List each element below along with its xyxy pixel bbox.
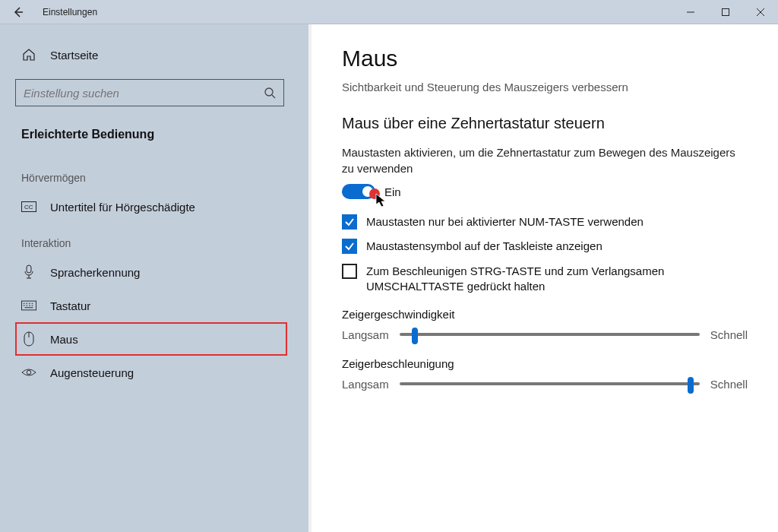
svg-rect-0 xyxy=(723,8,729,15)
slider-fast-label: Schnell xyxy=(710,378,748,391)
sidebar-main-heading: Erleichterte Bedienung xyxy=(15,122,305,158)
svg-rect-4 xyxy=(27,265,31,273)
cursor-icon xyxy=(375,193,387,208)
home-icon xyxy=(21,47,36,62)
pointer-speed-slider[interactable] xyxy=(400,325,700,344)
sidebar-item-speech[interactable]: Spracherkennung xyxy=(15,255,305,289)
slider-slow-label: Langsam xyxy=(342,378,389,391)
microphone-icon xyxy=(21,264,36,280)
eye-icon xyxy=(21,365,36,380)
pointer-accel-slider[interactable] xyxy=(400,375,700,393)
minimize-button[interactable] xyxy=(673,0,708,24)
sidebar-item-label: Tastatur xyxy=(50,299,90,312)
window-title: Einstellungen xyxy=(36,7,673,17)
checkbox-taskbar-icon[interactable] xyxy=(342,239,357,254)
svg-text:CC: CC xyxy=(24,204,33,211)
checkbox-taskbar-icon-label: Maustastensymbol auf der Taskleiste anze… xyxy=(366,239,602,254)
sidebar-item-eye[interactable]: Augensteuerung xyxy=(15,356,305,389)
sidebar-item-label: Spracherkennung xyxy=(50,266,140,279)
svg-point-7 xyxy=(27,370,30,374)
checkbox-numlock[interactable] xyxy=(342,214,357,230)
checkbox-ctrl-shift-label: Zum Beschleunigen STRG-TASTE und zum Ver… xyxy=(366,264,748,295)
svg-point-1 xyxy=(265,88,273,96)
sidebar-item-keyboard[interactable]: Tastatur xyxy=(15,289,305,322)
sidebar-item-label: Augensteuerung xyxy=(50,366,134,379)
sidebar: Startseite Erleichterte Bedienung Hörver… xyxy=(0,24,312,532)
captions-icon: CC xyxy=(21,199,36,214)
page-title: Maus xyxy=(342,46,748,71)
slider-slow-label: Langsam xyxy=(342,328,389,341)
maximize-button[interactable] xyxy=(708,0,743,24)
checkbox-numlock-label: Maustasten nur bei aktivierter NUM-TASTE… xyxy=(366,214,644,230)
back-button[interactable] xyxy=(0,6,36,18)
mouse-icon xyxy=(21,331,36,347)
sidebar-section-interaction: Interaktion xyxy=(15,223,305,255)
toggle-description: Maustasten aktivieren, um die Zehnertast… xyxy=(342,144,748,176)
sidebar-home[interactable]: Startseite xyxy=(15,40,305,70)
sidebar-section-hearing: Hörvermögen xyxy=(15,158,305,190)
sidebar-item-mouse[interactable]: Maus xyxy=(15,322,287,356)
slider-accel-title: Zeigerbeschleunigung xyxy=(342,357,748,370)
sidebar-item-label: Untertitel für Hörgeschädigte xyxy=(50,201,195,214)
sidebar-home-label: Startseite xyxy=(50,49,98,62)
slider-fast-label: Schnell xyxy=(710,328,748,341)
search-icon xyxy=(264,87,276,99)
close-button[interactable] xyxy=(743,0,778,24)
keyboard-icon xyxy=(21,298,36,313)
content-pane: Maus Sichtbarkeit und Steuerung des Maus… xyxy=(312,24,778,532)
sidebar-item-label: Maus xyxy=(50,333,78,346)
sidebar-item-captions[interactable]: CC Untertitel für Hörgeschädigte xyxy=(15,190,305,223)
slider-speed-title: Zeigergeschwindigkeit xyxy=(342,308,748,321)
page-subtitle: Sichtbarkeit und Steuerung des Mauszeige… xyxy=(342,81,748,93)
section-heading-keypad: Maus über eine Zehnertastatur steuern xyxy=(342,115,748,132)
checkbox-ctrl-shift[interactable] xyxy=(342,264,357,279)
search-box[interactable] xyxy=(15,79,284,106)
search-input[interactable] xyxy=(24,87,264,100)
